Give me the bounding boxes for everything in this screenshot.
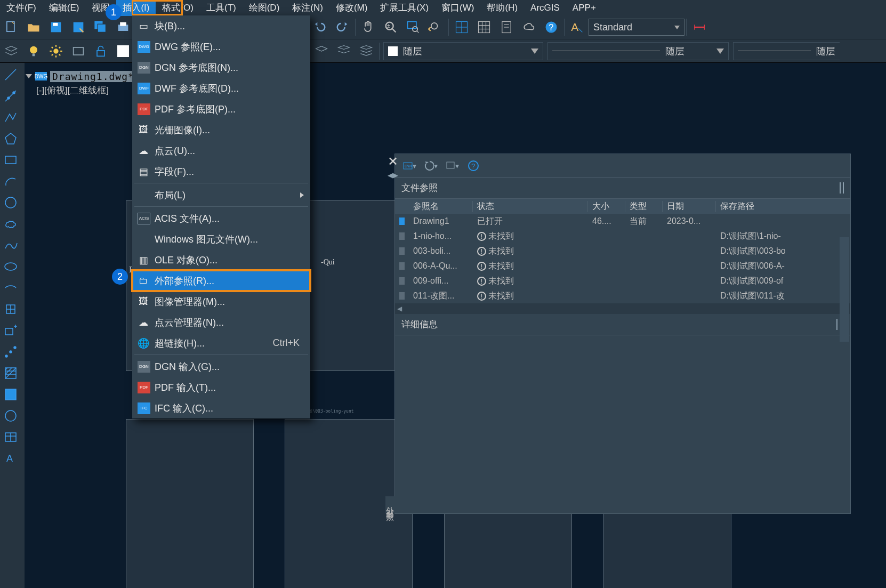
menuitem-block[interactable]: ▭块(B)... <box>132 15 310 36</box>
menuitem-xref[interactable]: 🗀外部参照(R)... <box>132 270 310 291</box>
menu-annotate[interactable]: 标注(N) <box>286 0 329 16</box>
tree-caret-icon[interactable] <box>26 74 32 78</box>
bulb-icon[interactable] <box>22 40 45 62</box>
lock-icon[interactable] <box>90 40 112 62</box>
menuitem-raster[interactable]: 🖼光栅图像(I)... <box>132 119 310 140</box>
grid1-icon[interactable] <box>450 16 473 38</box>
table-row[interactable]: Drawing1已打开46....当前2023-0... <box>395 214 850 229</box>
vscroll[interactable] <box>840 237 849 342</box>
ray-tool-icon[interactable] <box>0 86 21 106</box>
attach-dwg-icon[interactable]: DWG▾ <box>402 159 416 173</box>
new-icon[interactable] <box>0 16 22 38</box>
menuitem-pdf-import[interactable]: PDFPDF 输入(T)... <box>132 377 310 398</box>
sheet-icon[interactable] <box>495 16 518 38</box>
layers3-icon[interactable] <box>355 40 377 62</box>
col-status[interactable]: 状态 <box>473 201 588 212</box>
menuitem-layout[interactable]: 布局(L) <box>132 184 310 205</box>
menu-ext[interactable]: 扩展工具(X) <box>374 0 435 16</box>
menu-file[interactable]: 文件(F) <box>0 0 43 16</box>
lineweight-combo[interactable]: 随层 <box>733 42 840 60</box>
table-tool-icon[interactable] <box>0 428 21 447</box>
col-size[interactable]: 大小 <box>588 201 625 212</box>
block-tool-icon[interactable] <box>0 300 21 319</box>
hscroll[interactable]: ◀▶ <box>395 303 850 314</box>
menuitem-hyperlink[interactable]: 🌐超链接(H)...Ctrl+K <box>132 333 310 353</box>
col-date[interactable]: 日期 <box>663 201 716 212</box>
tree-filename[interactable]: Drawing1.dwg* <box>50 71 136 82</box>
rect-icon[interactable] <box>67 40 90 62</box>
table-row[interactable]: 003-boli...!未找到D:\测试图\003-bo <box>395 244 850 259</box>
cloud-icon[interactable] <box>518 16 540 38</box>
region-tool-icon[interactable] <box>0 406 21 425</box>
point-tool-icon[interactable] <box>0 342 21 361</box>
hatch-tool-icon[interactable] <box>0 364 21 383</box>
settings-icon[interactable]: ▾ <box>445 159 459 173</box>
line-tool-icon[interactable] <box>0 65 21 84</box>
menuitem-ifc-import[interactable]: IFCIFC 输入(C)... <box>132 398 310 418</box>
ellipse-tool-icon[interactable] <box>0 257 21 276</box>
swatch-icon[interactable] <box>112 40 134 62</box>
style-combo[interactable]: Standard <box>589 19 684 36</box>
gradient-tool-icon[interactable] <box>0 385 21 404</box>
menuitem-field[interactable]: ▤字段(F)... <box>132 161 310 182</box>
arc-tool-icon[interactable] <box>0 172 21 191</box>
textstyle-icon[interactable]: A <box>566 16 589 38</box>
menuitem-dwf-ref[interactable]: DWFDWF 参考底图(D)... <box>132 78 310 99</box>
table-row[interactable]: 009-offi...!未找到D:\测试图\009-of <box>395 273 850 288</box>
rectangle-tool-icon[interactable] <box>0 150 21 170</box>
table-row[interactable]: 006-A-Qu...!未找到D:\测试图\006-A- <box>395 259 850 273</box>
menuitem-dgn-ref[interactable]: DGNDGN 参考底图(N)... <box>132 57 310 78</box>
tree-view-icon[interactable] <box>843 182 844 194</box>
saveall-icon[interactable] <box>90 16 112 38</box>
spline-tool-icon[interactable] <box>0 236 21 255</box>
xref-help-icon[interactable]: ? <box>466 159 480 173</box>
menu-arcgis[interactable]: ArcGIS <box>524 1 566 15</box>
polygon-tool-icon[interactable] <box>0 129 21 148</box>
help-icon[interactable]: ? <box>540 16 562 38</box>
layers2-icon[interactable] <box>333 40 355 62</box>
close-icon[interactable]: ✕ <box>388 154 398 169</box>
circle-tool-icon[interactable] <box>0 193 21 212</box>
menuitem-pdf-ref[interactable]: PDFPDF 参考底图(P)... <box>132 99 310 119</box>
open-icon[interactable] <box>22 16 45 38</box>
undo-icon[interactable] <box>309 16 331 38</box>
ellipsearc-tool-icon[interactable] <box>0 278 21 297</box>
pin-icon[interactable]: ◀▶ <box>388 171 398 179</box>
zoom-prev-icon[interactable] <box>424 16 447 38</box>
zoom-realtime-icon[interactable]: ± <box>380 16 402 38</box>
menu-window[interactable]: 窗口(W) <box>435 0 480 16</box>
insert-block-icon[interactable] <box>0 321 21 340</box>
text-tool-icon[interactable]: A <box>0 449 21 468</box>
refresh-icon[interactable]: ▾ <box>424 159 438 173</box>
menu-tools[interactable]: 工具(T) <box>200 0 243 16</box>
detail-view1-icon[interactable] <box>836 319 837 330</box>
dim-icon[interactable] <box>688 16 711 38</box>
color-combo[interactable]: 随层 <box>383 42 543 60</box>
menu-draw[interactable]: 绘图(D) <box>243 0 286 16</box>
menuitem-dwg-ref[interactable]: DWGDWG 参照(E)... <box>132 36 310 57</box>
menu-edit[interactable]: 编辑(E) <box>43 0 86 16</box>
menuitem-acis[interactable]: ACISACIS 文件(A)... <box>132 208 310 229</box>
linetype-combo[interactable]: 随层 <box>547 42 729 60</box>
menu-help[interactable]: 帮助(H) <box>480 0 524 16</box>
col-name[interactable]: 参照名 <box>409 201 473 212</box>
redo-icon[interactable] <box>331 16 353 38</box>
menuitem-dgn-import[interactable]: DGNDGN 输入(G)... <box>132 356 310 377</box>
grid2-icon[interactable] <box>473 16 495 38</box>
save-icon[interactable] <box>45 16 67 38</box>
saveas-icon[interactable] <box>67 16 90 38</box>
layers1-icon[interactable] <box>310 40 333 62</box>
menuitem-wmf[interactable]: Windows 图元文件(W)... <box>132 229 310 249</box>
menuitem-pc-manager[interactable]: ☁点云管理器(N)... <box>132 312 310 333</box>
table-row[interactable]: 011-改图...!未找到D:\测试图\011-改 <box>395 288 850 303</box>
menu-modify[interactable]: 修改(M) <box>329 0 374 16</box>
menu-appplus[interactable]: APP+ <box>566 1 602 15</box>
table-row[interactable]: 1-nio-ho...!未找到D:\测试图\1-nio- <box>395 229 850 244</box>
list-view-icon[interactable] <box>840 182 841 194</box>
menuitem-ole[interactable]: ▥OLE 对象(O)... <box>132 249 310 270</box>
menuitem-image-manager[interactable]: 🖼图像管理器(M)... <box>132 291 310 312</box>
menuitem-pointcloud[interactable]: ☁点云(U)... <box>132 140 310 161</box>
layeriso-icon[interactable] <box>0 40 22 62</box>
sun-icon[interactable] <box>45 40 67 62</box>
tree-viewmode[interactable]: [-][俯视][二维线框] <box>36 84 109 96</box>
